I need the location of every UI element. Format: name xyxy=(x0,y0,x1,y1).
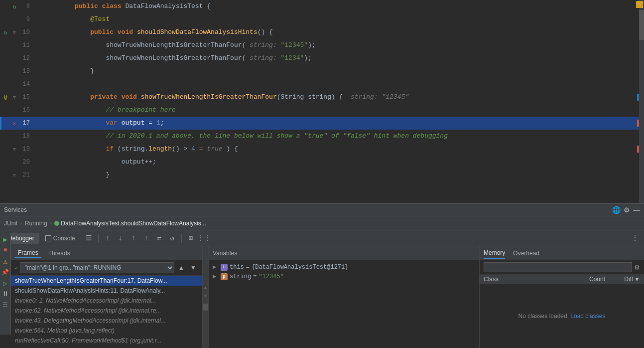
threads-tab-label: Threads xyxy=(48,250,70,257)
thread-check-icon: ✓ xyxy=(15,265,18,271)
editor-area: ↻ 8 public class DataFlowAnalysisTest { … xyxy=(0,0,644,203)
pin-icon[interactable]: 📌 xyxy=(1,268,10,277)
left-panel: Frames Threads ✓ "main"@1 in gro..."main… xyxy=(11,246,203,348)
test-status-icon xyxy=(54,221,59,226)
breadcrumb-test[interactable]: DataFlowAnalysisTest.shouldShowDataFlowA… xyxy=(54,220,206,227)
settings-icon[interactable]: ⚙ xyxy=(624,206,630,214)
memory-panel: Memory Overhead ⚙ Class Count Diff ▼ xyxy=(480,246,644,348)
thread-up-button[interactable]: ▲ xyxy=(176,263,186,273)
memory-empty-state: No classes loaded. Load classes xyxy=(480,284,644,348)
evaluate-button[interactable]: ⇄ xyxy=(153,232,165,244)
col-class-header: Class xyxy=(484,276,570,283)
list-view-button[interactable]: ☰ xyxy=(83,232,95,244)
var-this-name: this xyxy=(230,264,244,271)
thread-selector: ✓ "main"@1 in gro..."main": RUNNING ▲ ▼ xyxy=(11,260,202,276)
refresh-icon-10: ↻ xyxy=(2,29,9,36)
scroll-up-button[interactable]: ▲ xyxy=(203,284,209,292)
run-debug-icon[interactable]: ▶ xyxy=(1,235,10,244)
overhead-tab-label: Overhead xyxy=(513,250,539,257)
tab-console[interactable]: Console xyxy=(40,233,80,244)
frames-view-button[interactable]: ⊞ xyxy=(185,232,197,244)
memory-table-header: Class Count Diff ▼ xyxy=(480,275,644,284)
expand-string[interactable]: ▶ xyxy=(213,273,219,280)
diff-sort-icon[interactable]: ▼ xyxy=(634,276,640,283)
step-out-button[interactable]: ↓ xyxy=(128,232,139,244)
col-count-header: Count xyxy=(570,276,605,283)
scroll-down-button[interactable]: ▼ xyxy=(203,292,209,300)
editor-scrollbar[interactable] xyxy=(639,0,644,203)
minimize-icon[interactable]: — xyxy=(633,206,640,214)
settings-button-toolbar[interactable]: ⋮ xyxy=(629,232,641,244)
col-diff-header: Diff ▼ xyxy=(605,276,640,283)
variables-scroll-area: ▲ ▼ xyxy=(203,246,209,348)
debugger-tab-label: Debugger xyxy=(8,235,34,242)
thread-down-button[interactable]: ▼ xyxy=(188,263,198,273)
variables-label: Variables xyxy=(213,250,237,257)
yellow-indicator xyxy=(636,1,643,8)
stack-item-3[interactable]: invoke:62, NativeMethodAccessorImpl (jdk… xyxy=(11,306,202,316)
tab-frames[interactable]: Frames xyxy=(15,248,41,258)
tab-overhead[interactable]: Overhead xyxy=(513,248,539,259)
tab-memory[interactable]: Memory xyxy=(484,247,505,259)
console-tab-label: Console xyxy=(53,235,75,242)
stack-item-7[interactable]: run:12, ReflectiveCallable (org.junit.in… xyxy=(11,346,202,348)
error-exec-icon-17: ✕ xyxy=(11,120,18,127)
stack-list[interactable]: showTrueWhenLengthIsGreaterThanFour:17, … xyxy=(11,276,202,348)
expand-this[interactable]: ▶ xyxy=(213,263,219,271)
var-string-name: string xyxy=(230,273,251,280)
warning-icon[interactable]: ⚠ xyxy=(1,257,10,266)
thread-dropdown[interactable]: "main"@1 in gro..."main": RUNNING xyxy=(20,262,174,273)
services-label: Services xyxy=(4,206,27,213)
load-classes-link[interactable]: Load classes xyxy=(570,313,605,320)
stack-item-4[interactable]: invoke:43, DelegatingMethodAccessorImpl … xyxy=(11,316,202,326)
variables-list[interactable]: ▶ t this = {DataFlowAnalysisTest@1271} ▶… xyxy=(209,260,479,348)
fold-icon-10: ▽ xyxy=(11,29,18,36)
step-over-up-button[interactable]: ↑ xyxy=(102,232,114,244)
play-icon[interactable]: ▷ xyxy=(1,279,10,288)
pause-icon[interactable]: ⏸ xyxy=(1,290,10,299)
no-classes-text: No classes loaded. xyxy=(518,313,569,320)
fold-icon-21: ▽ xyxy=(11,172,18,178)
code-line-21: ▽ 21 } xyxy=(0,169,644,181)
stack-item-1[interactable]: shouldShowDataFlowAnalysisHints:11, Data… xyxy=(11,286,202,296)
tab-threads[interactable]: Threads xyxy=(45,249,73,258)
var-item-string: ▶ p string = "12345" xyxy=(209,272,479,281)
var-item-this: ▶ t this = {DataFlowAnalysisTest@1271} xyxy=(209,262,479,272)
toolbar-right: ⋮ xyxy=(629,232,641,244)
memory-settings-button[interactable]: ⚙ xyxy=(634,264,640,271)
stack-item-5[interactable]: invoke:564, Method (java.lang.reflect) xyxy=(11,326,202,336)
toolbar: Debugger Console ☰ ↑ ↓ ↓ ↑ ⇄ ↺ ⊞ ⋮⋮ ⋮ xyxy=(0,230,644,246)
var-string-value: "12345" xyxy=(258,273,283,280)
stack-item-2[interactable]: invoke0:-1, NativeMethodAccessorImpl (jd… xyxy=(11,296,202,306)
scrollbar-thumb[interactable] xyxy=(639,10,644,40)
bottom-panels: ▶ ■ ⚠ 📌 ▷ ⏸ ☰ Frames Threads ✓ xyxy=(0,246,644,348)
run-to-cursor-button[interactable]: ↑ xyxy=(140,232,152,244)
step-into-down-button[interactable]: ↓ xyxy=(115,232,127,244)
stack-item-0[interactable]: showTrueWhenLengthIsGreaterThanFour:17, … xyxy=(11,276,202,286)
restore-button[interactable]: ↺ xyxy=(166,232,178,244)
param-type-icon: p xyxy=(221,273,228,280)
memory-overhead-tabs: Memory Overhead xyxy=(480,246,644,260)
breakpoint-icon-15: @ xyxy=(2,94,9,101)
services-icons: 🌐 ⚙ — xyxy=(612,206,640,214)
stack-item-6[interactable]: runReflectiveCall:50, FrameworkMethod$1 … xyxy=(11,336,202,346)
code-line-13: 13 } xyxy=(0,65,644,78)
memory-search-input[interactable] xyxy=(484,262,632,272)
toolbar-sep-2 xyxy=(181,234,182,243)
breadcrumb-running[interactable]: Running xyxy=(25,220,47,227)
fold-icon-19: ▽ xyxy=(11,146,18,153)
fold-icon-15: ▽ xyxy=(11,94,18,101)
copy-icon-area xyxy=(203,304,208,311)
frames-tab-label: Frames xyxy=(18,249,38,256)
services-bar: Services 🌐 ⚙ — xyxy=(0,203,644,216)
this-type-icon: t xyxy=(221,264,228,271)
threads-view-button[interactable]: ⋮⋮ xyxy=(198,232,210,244)
var-this-value: {DataFlowAnalysisTest@1271} xyxy=(252,264,348,271)
hamburger-icon[interactable]: ☰ xyxy=(1,301,10,310)
refresh-icon-8: ↻ xyxy=(11,3,18,10)
globe-icon[interactable]: 🌐 xyxy=(612,206,621,214)
breadcrumb-junit[interactable]: JUnit xyxy=(4,220,17,227)
variables-panel: Variables ▶ t this = {DataFlowAnalysisTe… xyxy=(209,246,480,348)
stop-icon[interactable]: ■ xyxy=(1,246,10,255)
toolbar-sep-1 xyxy=(98,234,99,243)
